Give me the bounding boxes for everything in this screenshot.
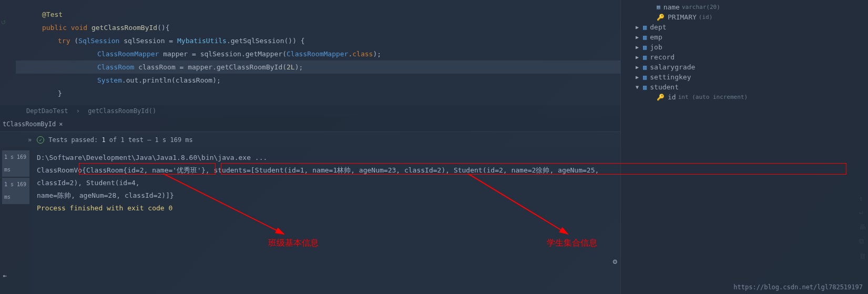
expand-icon[interactable]: ▶ xyxy=(636,54,643,60)
db-table-job[interactable]: ▶ ▦ job xyxy=(626,42,863,52)
exit-code-msg: Process finished with exit code 0 xyxy=(37,202,615,215)
console-output[interactable]: D:\Software\Development\Java\Java1.8.60\… xyxy=(32,147,620,294)
watermark: https://blog.csdn.net/lgl782519197 xyxy=(733,283,863,291)
column-icon: ▦ xyxy=(657,4,660,11)
key-icon: 🔑 xyxy=(657,14,665,21)
run-tab[interactable]: tClassRoomById xyxy=(3,120,56,128)
db-table-record[interactable]: ▶ ▦ record xyxy=(626,52,863,62)
db-column-name[interactable]: ▦ name varchar(20) xyxy=(626,2,863,12)
table-icon: ▦ xyxy=(643,84,647,91)
table-icon: ▦ xyxy=(643,44,647,51)
table-icon: ▦ xyxy=(643,74,647,81)
console-area: 1 s 169 ms 1 s 169 ms D:\Software\Develo… xyxy=(0,147,620,294)
expand-icon[interactable]: ▶ xyxy=(636,24,643,30)
table-icon: ▦ xyxy=(643,54,647,61)
db-column-id[interactable]: 🔑 id int (auto increment) xyxy=(626,92,863,102)
expand-icon[interactable]: ▶ xyxy=(636,34,643,40)
collapse-icon[interactable]: ⇤ xyxy=(3,272,7,279)
annotation-student-info: 学生集合信息 xyxy=(547,237,597,249)
key-column-icon: 🔑 xyxy=(657,94,665,101)
collapse-icon[interactable]: ▼ xyxy=(636,84,643,90)
expand-icon[interactable]: ▶ xyxy=(636,44,643,50)
breadcrumb-method[interactable]: getClassRoomById() xyxy=(88,107,156,115)
test-annotation: @Test xyxy=(42,11,63,18)
tests-passed-label: Tests passed: 1 of 1 test – 1 s 169 ms xyxy=(48,136,193,144)
db-table-student[interactable]: ▼ ▦ student xyxy=(626,82,863,92)
annotation-classroom-info: 班级基本信息 xyxy=(268,237,319,249)
database-tree[interactable]: ▦ name varchar(20) 🔑 PRIMARY (id) ▶ ▦ de… xyxy=(620,0,868,294)
breadcrumb[interactable]: DeptDaoTest › getClassRoomById() xyxy=(0,105,620,117)
run-tab-bar: tClassRoomById × xyxy=(0,117,620,131)
close-tab-icon[interactable]: × xyxy=(59,120,63,128)
code-editor[interactable]: @Test public void getClassRoomById(){ tr… xyxy=(0,0,620,105)
db-primary-key[interactable]: 🔑 PRIMARY (id) xyxy=(626,12,863,22)
table-icon: ▦ xyxy=(643,64,647,71)
breadcrumb-class[interactable]: DeptDaoTest xyxy=(26,107,68,115)
db-table-emp[interactable]: ▶ ▦ emp xyxy=(626,32,863,42)
output-line-1: ClassRoomVo{ClassRoom{id=2, name='优秀班'},… xyxy=(37,164,615,189)
expand-icon[interactable]: ▶ xyxy=(636,64,643,70)
java-exec-path: D:\Software\Development\Java\Java1.8.60\… xyxy=(37,151,615,164)
db-table-dept[interactable]: ▶ ▦ dept xyxy=(626,22,863,32)
table-icon: ▦ xyxy=(643,34,647,41)
test-status-bar: ⇤ » ✓ Tests passed: 1 of 1 test – 1 s 16… xyxy=(0,131,620,147)
output-line-2: name=陈帅, ageNum=28, classId=2)]} xyxy=(37,189,615,202)
db-table-settingkey[interactable]: ▶ ▦ settingkey xyxy=(626,72,863,82)
db-table-salarygrade[interactable]: ▶ ▦ salarygrade xyxy=(626,62,863,72)
table-icon: ▦ xyxy=(643,24,647,31)
test-passed-icon: ✓ xyxy=(37,136,44,144)
expand-icon[interactable]: ▶ xyxy=(636,74,643,80)
